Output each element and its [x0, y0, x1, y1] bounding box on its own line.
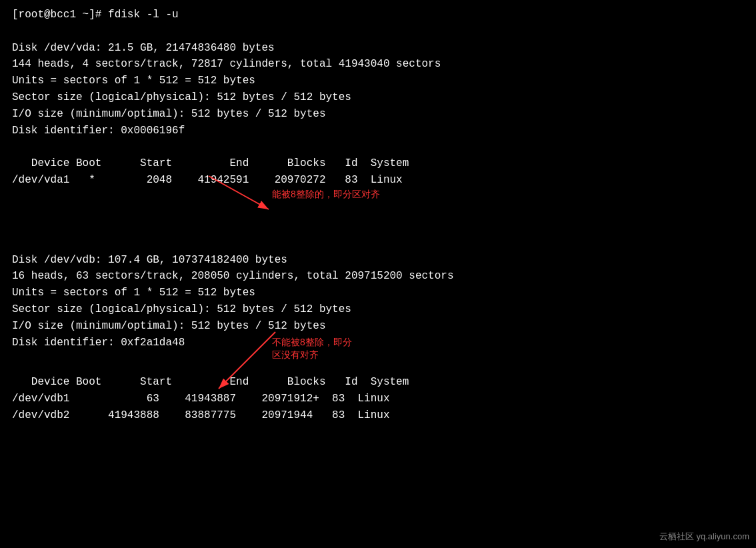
- vdb-sector-size: Sector size (logical/physical): 512 byte…: [12, 301, 744, 318]
- annotation1-text: 能被8整除的，即分区对齐: [272, 187, 380, 202]
- prompt-line: [root@bcc1 ~]# fdisk -l -u: [12, 7, 744, 23]
- vda-table-header: Device Boot Start End Blocks Id System: [12, 155, 744, 172]
- vda-header: Disk /dev/vda: 21.5 GB, 21474836480 byte…: [12, 40, 744, 57]
- vdb-table-section: Device Boot Start End Blocks Id System /…: [12, 374, 744, 423]
- vda-sector-size: Sector size (logical/physical): 512 byte…: [12, 89, 744, 106]
- vdb-geo: 16 heads, 63 sectors/track, 208050 cylin…: [12, 268, 744, 285]
- vdb-table-header: Device Boot Start End Blocks Id System: [12, 374, 744, 391]
- vda-io-size: I/O size (minimum/optimal): 512 bytes / …: [12, 106, 744, 123]
- vda-geo: 144 heads, 4 sectors/track, 72817 cylind…: [12, 56, 744, 73]
- annotation2-text: 不能被8整除，即分 区没有对齐: [272, 336, 352, 362]
- vdb-row1: /dev/vdb1 63 41943887 20971912+ 83 Linux: [12, 391, 744, 407]
- vdb-units: Units = sectors of 1 * 512 = 512 bytes: [12, 285, 744, 301]
- vdb-identifier-section: Disk identifier: 0xf2a1da48 不能被8整除，即分 区没…: [12, 335, 744, 358]
- vda-identifier: Disk identifier: 0x0006196f: [12, 123, 744, 139]
- vdb-row2: /dev/vdb2 41943888 83887775 20971944 83 …: [12, 407, 744, 424]
- vda-units: Units = sectors of 1 * 512 = 512 bytes: [12, 73, 744, 89]
- vdb-identifier: Disk identifier: 0xf2a1da48: [12, 335, 744, 351]
- vdb-header: Disk /dev/vdb: 107.4 GB, 107374182400 by…: [12, 252, 744, 269]
- vda-row1: /dev/vda1 * 2048 41942591 20970272 83 Li…: [12, 172, 744, 189]
- vdb-io-size: I/O size (minimum/optimal): 512 bytes / …: [12, 318, 744, 335]
- watermark: 云栖社区 yq.aliyun.com: [659, 531, 749, 543]
- terminal-window: [root@bcc1 ~]# fdisk -l -u Disk /dev/vda…: [0, 0, 756, 431]
- vda-table-section: Device Boot Start End Blocks Id System /…: [12, 155, 744, 235]
